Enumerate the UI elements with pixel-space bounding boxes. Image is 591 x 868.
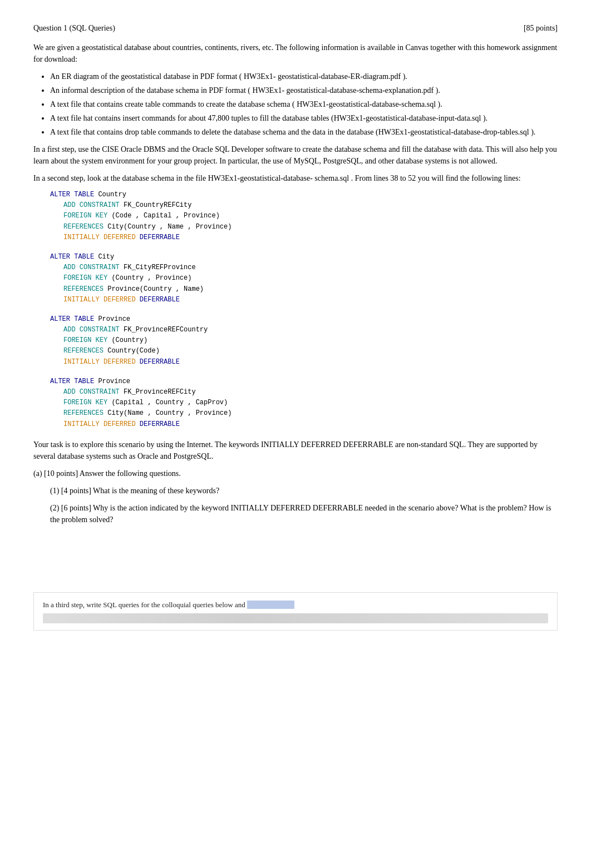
alter-block-province-city: ALTER TABLE Province ADD CONSTRAINT FK_P… [50, 376, 558, 430]
foreignkey-cols: (Code , Capital , Province) [111, 212, 219, 220]
sub-question-2: (2) [6 points] Why is the action indicat… [50, 502, 558, 525]
deferrable-kw: DEFERRABLE [140, 296, 180, 304]
alter-table-keyword: ALTER TABLE [50, 191, 94, 199]
references-kw: REFERENCES [63, 409, 104, 417]
alter-block-province-country: ALTER TABLE Province ADD CONSTRAINT FK_P… [50, 314, 558, 368]
references-target: City(Country , Name , Province) [107, 223, 232, 231]
references-line: REFERENCES Country(Code) [63, 346, 558, 356]
intro-paragraph1: We are given a geostatistical database a… [33, 42, 558, 65]
alter-table-line: ALTER TABLE City [50, 252, 558, 262]
foreignkey-kw: FOREIGN KEY [63, 399, 107, 406]
constraint-line: ADD CONSTRAINT FK_CityREFProvince [63, 262, 558, 273]
add-constraint-kw: ADD CONSTRAINT [63, 326, 120, 334]
foreignkey-line: FOREIGN KEY (Country) [63, 335, 558, 346]
deferrable-kw: DEFERRABLE [140, 358, 180, 366]
initially-deferred-kw: INITIALLY DEFERRED [63, 234, 136, 241]
bottom-section: In a third step, write SQL queries for t… [33, 592, 558, 631]
question-title: Question 1 (SQL Queries) [33, 22, 115, 34]
references-target: Country(Code) [107, 347, 160, 355]
bottom-highlighted-link [247, 601, 294, 609]
constraint-name: FK_ProvinceREFCity [124, 388, 196, 396]
references-line: REFERENCES City(Name , Country , Provinc… [63, 408, 558, 419]
deferrable-line: INITIALLY DEFERRED DEFERRABLE [63, 295, 558, 305]
foreignkey-cols: (Country) [111, 336, 147, 344]
references-target: City(Name , Country , Province) [107, 409, 232, 417]
bottom-text: In a third step, write SQL queries for t… [43, 599, 548, 611]
deferrable-line: INITIALLY DEFERRED DEFERRABLE [63, 357, 558, 368]
add-constraint-kw: ADD CONSTRAINT [63, 264, 120, 271]
deferrable-kw: DEFERRABLE [140, 234, 180, 241]
alter-table-keyword: ALTER TABLE [50, 253, 94, 261]
add-constraint-kw: ADD CONSTRAINT [63, 201, 120, 209]
alter-table-line: ALTER TABLE Province [50, 376, 558, 387]
references-line: REFERENCES Province(Country , Name) [63, 284, 558, 295]
part-a-label: (a) [10 points] Answer the following que… [33, 468, 558, 479]
alter-block-city-province: ALTER TABLE City ADD CONSTRAINT FK_CityR… [50, 252, 558, 305]
bullet-list: An ER diagram of the geostatistical data… [50, 71, 558, 138]
initially-deferred-kw: INITIALLY DEFERRED [63, 296, 136, 304]
alter-block-country-city: ALTER TABLE Country ADD CONSTRAINT FK_Co… [50, 190, 558, 243]
foreignkey-line: FOREIGN KEY (Code , Capital , Province) [63, 211, 558, 221]
foreignkey-cols: (Country , Province) [111, 274, 191, 282]
constraint-line: ADD CONSTRAINT FK_ProvinceREFCity [63, 387, 558, 398]
list-item: A text file that contains create table c… [50, 98, 558, 110]
alter-table-keyword: ALTER TABLE [50, 378, 94, 385]
list-item: An informal description of the database … [50, 85, 558, 96]
deferrable-line: INITIALLY DEFERRED DEFERRABLE [63, 419, 558, 430]
deferrable-line: INITIALLY DEFERRED DEFERRABLE [63, 232, 558, 243]
sub-question-1: (1) [4 points] What is the meaning of th… [50, 485, 558, 497]
initially-deferred-kw: INITIALLY DEFERRED [63, 358, 136, 366]
table-name-city: City [98, 253, 114, 261]
table-name-province2: Province [98, 378, 130, 385]
list-item: An ER diagram of the geostatistical data… [50, 71, 558, 82]
alter-table-keyword: ALTER TABLE [50, 315, 94, 323]
list-item: A text file that contains drop table com… [50, 126, 558, 138]
bottom-blurred-bar [43, 613, 548, 623]
references-kw: REFERENCES [63, 285, 104, 293]
list-item: A text file hat contains insert commands… [50, 112, 558, 124]
constraint-name: FK_CityREFProvince [124, 264, 196, 271]
add-constraint-kw: ADD CONSTRAINT [63, 388, 120, 396]
after-code-paragraph1: Your task is to explore this scenario by… [33, 439, 558, 462]
constraint-line: ADD CONSTRAINT FK_ProvinceREFCountry [63, 325, 558, 335]
intro-paragraph3: In a second step, look at the database s… [33, 172, 558, 184]
foreignkey-cols: (Capital , Country , CapProv) [111, 399, 228, 406]
sql-code-blocks: ALTER TABLE Country ADD CONSTRAINT FK_Co… [50, 190, 558, 430]
foreignkey-line: FOREIGN KEY (Country , Province) [63, 273, 558, 284]
initially-deferred-kw: INITIALLY DEFERRED [63, 420, 136, 428]
intro-paragraph2: In a first step, use the CISE Oracle DBM… [33, 143, 558, 167]
references-target: Province(Country , Name) [107, 285, 204, 293]
constraint-line: ADD CONSTRAINT FK_CountryREFCity [63, 200, 558, 211]
alter-table-line: ALTER TABLE Province [50, 314, 558, 325]
foreignkey-kw: FOREIGN KEY [63, 274, 107, 282]
constraint-name: FK_ProvinceREFCountry [124, 326, 208, 334]
sub-questions: (1) [4 points] What is the meaning of th… [50, 485, 558, 525]
alter-table-line: ALTER TABLE Country [50, 190, 558, 200]
foreignkey-line: FOREIGN KEY (Capital , Country , CapProv… [63, 398, 558, 408]
table-name-country: Country [98, 191, 126, 199]
deferrable-kw: DEFERRABLE [140, 420, 180, 428]
references-kw: REFERENCES [63, 347, 104, 355]
points-label: [85 points] [524, 22, 558, 34]
references-kw: REFERENCES [63, 223, 104, 231]
table-name-province: Province [98, 315, 130, 323]
references-line: REFERENCES City(Country , Name , Provinc… [63, 222, 558, 232]
constraint-name: FK_CountryREFCity [124, 201, 191, 209]
foreignkey-kw: FOREIGN KEY [63, 336, 107, 344]
foreignkey-kw: FOREIGN KEY [63, 212, 107, 220]
